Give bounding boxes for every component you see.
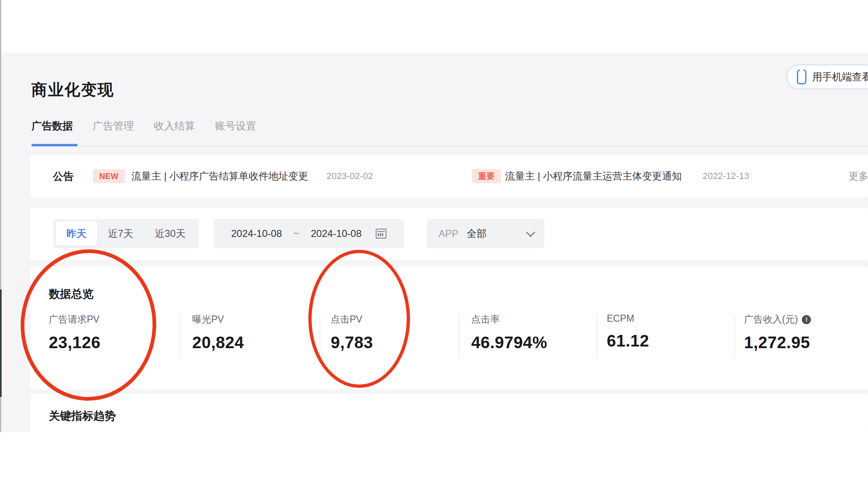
- metric-click-rate: 点击率 46.9794%: [471, 313, 547, 352]
- metric-value: 9,783: [331, 333, 373, 352]
- data-overview-title: 数据总览: [49, 287, 93, 301]
- metric-label: 曝光PV: [192, 313, 244, 326]
- metric-ecpm: ECPM 61.12: [607, 313, 649, 350]
- window-edge-strip-dark: [0, 289, 2, 397]
- date-separator: ~: [293, 228, 299, 239]
- metric-label: ECPM: [607, 313, 649, 324]
- date-range-segmented-control: 昨天 近7天 近30天: [53, 219, 199, 248]
- view-on-mobile-button[interactable]: 用手机端查看数据: [786, 65, 868, 89]
- metric-impression-pv: 曝光PV 20,824: [192, 313, 244, 352]
- tab-ad-management[interactable]: 广告管理: [93, 119, 134, 133]
- metric-value: 20,824: [192, 333, 244, 352]
- range-last30days-button[interactable]: 近30天: [144, 222, 196, 246]
- announcement-label: 公告: [53, 170, 74, 183]
- date-end-value: 2024-10-08: [311, 228, 362, 239]
- range-last7days-button[interactable]: 近7天: [97, 222, 144, 246]
- metric-divider: [596, 315, 597, 357]
- tab-ad-data[interactable]: 广告数据: [31, 119, 73, 133]
- chevron-down-icon: [526, 228, 536, 237]
- announcement-item-title[interactable]: 流量主 | 小程序流量主运营主体变更通知: [505, 170, 682, 183]
- active-tab-underline: [31, 144, 78, 146]
- metric-divider: [179, 315, 180, 357]
- date-range-picker[interactable]: 2024-10-08 ~ 2024-10-08: [214, 219, 404, 248]
- data-overview-card: 数据总览 广告请求PV 23,126 曝光PV 20,824 点击PV 9,78…: [30, 267, 868, 389]
- announcement-item-title[interactable]: 流量主 | 小程序广告结算单收件地址变更: [131, 170, 308, 183]
- calendar-icon: [376, 229, 386, 239]
- tab-bar: 广告数据 广告管理 收入结算 账号设置: [31, 119, 256, 133]
- announcement-item-date: 2022-12-13: [703, 171, 749, 182]
- metric-divider: [320, 315, 320, 357]
- metric-label: 广告请求PV: [49, 313, 100, 326]
- filter-bar: 昨天 近7天 近30天 2024-10-08 ~ 2024-10-08 APP …: [30, 208, 868, 260]
- key-metrics-trend-title: 关键指标趋势: [49, 409, 116, 423]
- monetization-dashboard: 商业化变现 用手机端查看数据 广告数据 广告管理 收入结算 账号设置 公告 NE…: [0, 0, 868, 478]
- tabs-divider: [31, 146, 868, 146]
- metric-value: 61.12: [607, 332, 649, 350]
- date-start-value: 2024-10-08: [231, 228, 282, 239]
- metric-label-text: 广告收入(元): [744, 313, 798, 326]
- range-yesterday-button[interactable]: 昨天: [56, 222, 97, 246]
- metric-divider: [734, 315, 735, 357]
- app-filter-label: APP: [439, 228, 458, 239]
- key-metrics-trend-card: 关键指标趋势: [30, 394, 868, 432]
- metric-click-pv: 点击PV 9,783: [331, 313, 373, 352]
- metric-divider: [459, 315, 460, 357]
- metric-ad-request-pv: 广告请求PV 23,126: [49, 313, 100, 352]
- metric-value: 46.9794%: [471, 333, 547, 352]
- announcement-bar: 公告 NEW 流量主 | 小程序广告结算单收件地址变更 2023-02-02 重…: [30, 155, 868, 197]
- metric-ad-revenue: 广告收入(元) ! 1,272.95: [744, 313, 811, 352]
- announcement-item-date: 2023-02-02: [327, 171, 373, 182]
- phone-icon: [797, 69, 806, 84]
- announcement-more-link[interactable]: 更多: [849, 170, 868, 183]
- tab-revenue-settlement[interactable]: 收入结算: [154, 119, 195, 133]
- tab-account-settings[interactable]: 账号设置: [215, 119, 256, 133]
- metric-value: 23,126: [49, 333, 100, 352]
- important-badge: 重要: [472, 169, 501, 183]
- page-title: 商业化变现: [31, 79, 114, 100]
- metric-label: 点击PV: [331, 313, 373, 326]
- new-badge: NEW: [93, 169, 125, 183]
- app-filter-value: 全部: [467, 227, 486, 240]
- metric-value: 1,272.95: [744, 333, 811, 352]
- metric-label: 广告收入(元) !: [744, 313, 811, 326]
- view-on-mobile-label: 用手机端查看数据: [812, 70, 868, 84]
- metric-label: 点击率: [471, 313, 547, 326]
- app-filter-select[interactable]: APP 全部: [427, 219, 544, 248]
- info-icon[interactable]: !: [802, 315, 811, 324]
